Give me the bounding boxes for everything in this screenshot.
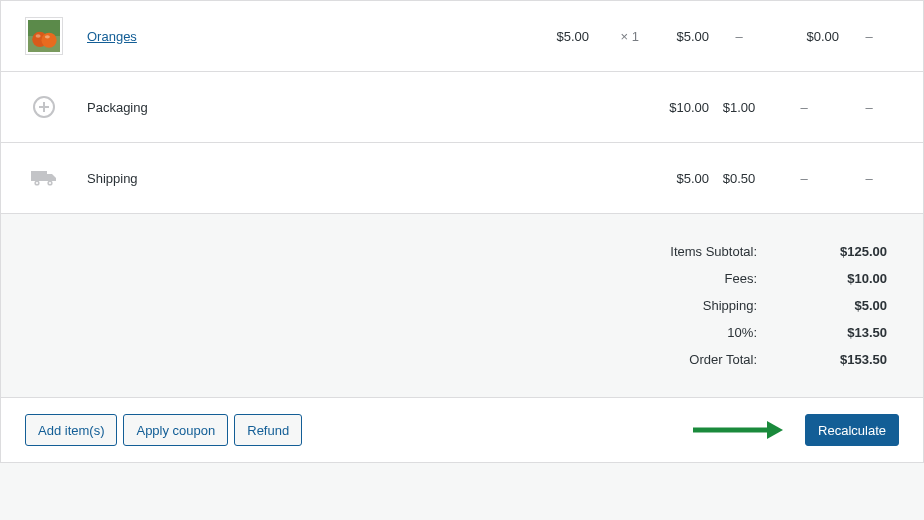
fee-name: Packaging <box>87 100 519 115</box>
add-items-button[interactable]: Add item(s) <box>25 414 117 446</box>
product-thumbnail[interactable] <box>25 17 63 55</box>
item-total: $5.00 <box>639 29 709 44</box>
annotation-arrow <box>693 421 783 439</box>
svg-point-10 <box>49 182 51 184</box>
shipping-total: $5.00 <box>639 171 709 186</box>
shipping-total-label: Shipping: <box>703 298 757 313</box>
fee-tax: $1.00 <box>709 100 769 115</box>
item-col1: – <box>709 29 769 44</box>
order-total-value: $153.50 <box>757 352 887 367</box>
svg-point-3 <box>41 33 56 48</box>
fee-col1: – <box>769 100 839 115</box>
line-items-list: Oranges $5.00 × 1 $5.00 – $0.00 – Packag… <box>1 1 923 213</box>
fees-total-value: $10.00 <box>757 271 887 286</box>
shipping-total-value: $5.00 <box>757 298 887 313</box>
oranges-image <box>28 20 60 52</box>
fees-total-row: Fees: $10.00 <box>25 265 887 292</box>
fee-col2: – <box>839 100 899 115</box>
item-cost: $5.00 <box>519 29 589 44</box>
fee-total: $10.00 <box>639 100 709 115</box>
truck-icon <box>31 168 57 188</box>
fees-total-label: Fees: <box>724 271 757 286</box>
shipping-icon <box>25 159 63 197</box>
item-col2: $0.00 <box>769 29 839 44</box>
order-total-label: Order Total: <box>689 352 757 367</box>
shipping-row: Shipping $5.00 $0.50 – – <box>1 143 923 213</box>
svg-point-4 <box>36 34 41 37</box>
arrow-line-icon <box>693 428 773 433</box>
tax-label: 10%: <box>727 325 757 340</box>
order-actions: Add item(s) Apply coupon Refund Recalcul… <box>1 397 923 462</box>
subtotal-label: Items Subtotal: <box>670 244 757 259</box>
product-link[interactable]: Oranges <box>87 29 137 44</box>
svg-point-5 <box>45 35 50 38</box>
order-total-row: Order Total: $153.50 <box>25 346 887 373</box>
plus-circle-icon <box>33 96 55 118</box>
item-qty: × 1 <box>589 29 639 44</box>
tax-row: 10%: $13.50 <box>25 319 887 346</box>
refund-button[interactable]: Refund <box>234 414 302 446</box>
product-name: Oranges <box>87 29 519 44</box>
svg-rect-6 <box>31 171 47 181</box>
shipping-col1: – <box>769 171 839 186</box>
subtotal-row: Items Subtotal: $125.00 <box>25 238 887 265</box>
line-item-row: Oranges $5.00 × 1 $5.00 – $0.00 – <box>1 1 923 72</box>
add-fee-icon <box>25 88 63 126</box>
apply-coupon-button[interactable]: Apply coupon <box>123 414 228 446</box>
subtotal-value: $125.00 <box>757 244 887 259</box>
shipping-tax: $0.50 <box>709 171 769 186</box>
fee-row: Packaging $10.00 $1.00 – – <box>1 72 923 143</box>
tax-value: $13.50 <box>757 325 887 340</box>
svg-point-9 <box>36 182 38 184</box>
recalculate-button[interactable]: Recalculate <box>805 414 899 446</box>
shipping-name: Shipping <box>87 171 519 186</box>
order-totals: Items Subtotal: $125.00 Fees: $10.00 Shi… <box>1 213 923 397</box>
shipping-col2: – <box>839 171 899 186</box>
order-items-panel: Oranges $5.00 × 1 $5.00 – $0.00 – Packag… <box>0 0 924 463</box>
item-col3: – <box>839 29 899 44</box>
shipping-total-row: Shipping: $5.00 <box>25 292 887 319</box>
arrow-head-icon <box>767 421 783 439</box>
